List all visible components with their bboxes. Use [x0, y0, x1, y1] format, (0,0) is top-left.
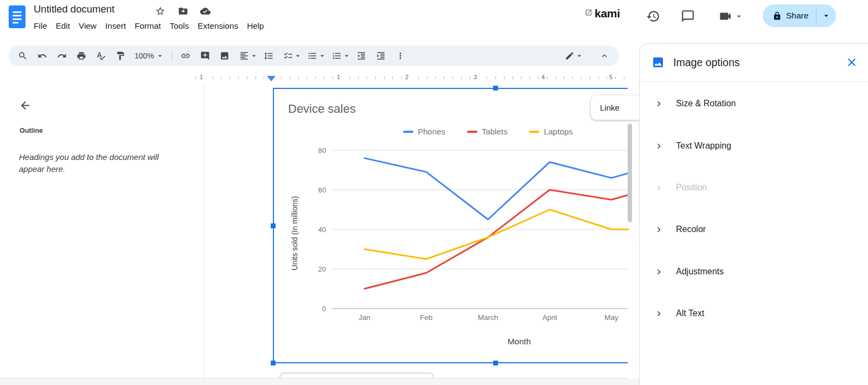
outline-title: Outline: [20, 127, 43, 134]
menu-tools[interactable]: Tools: [165, 20, 194, 33]
ruler-number: 1: [198, 74, 205, 80]
redo-icon: [57, 51, 67, 61]
bulleted-list-dropdown[interactable]: [318, 48, 326, 64]
vertical-scrollbar[interactable]: [628, 124, 632, 222]
selection-handle-bottom[interactable]: [493, 361, 498, 365]
undo-icon: [37, 51, 47, 61]
search-menus-button[interactable]: [15, 48, 31, 64]
search-icon: [18, 51, 28, 61]
align-dropdown[interactable]: [250, 48, 258, 64]
y-tick-label: 40: [318, 226, 326, 234]
add-comment-button[interactable]: [197, 48, 213, 64]
menu-edit[interactable]: Edit: [52, 20, 74, 33]
checklist-icon: [283, 51, 293, 61]
image-options-header: Image options: [640, 44, 868, 81]
increase-indent-button[interactable]: [373, 48, 389, 64]
chevron-right-icon: [654, 183, 664, 193]
decrease-indent-button[interactable]: [353, 48, 369, 64]
chevron-right-icon: [654, 309, 664, 319]
chart-y-axis-label: Units sold (In millions): [290, 178, 299, 288]
lock-icon: [773, 11, 782, 21]
cloud-status-icon[interactable]: [200, 6, 211, 16]
selection-handle-top[interactable]: [493, 86, 498, 91]
redo-button[interactable]: [54, 48, 70, 64]
share-dropdown-button[interactable]: [816, 4, 836, 27]
document-background: [0, 378, 639, 385]
kami-extension-button[interactable]: kami: [585, 7, 620, 20]
insert-image-button[interactable]: [216, 48, 233, 64]
panel-item-adjustments[interactable]: Adjustments: [640, 260, 868, 284]
dropdown-arrow-icon: [821, 11, 831, 21]
increase-indent-icon: [376, 51, 386, 61]
menu-format[interactable]: Format: [130, 20, 165, 33]
panel-item-label: Text Wrapping: [676, 141, 731, 151]
page-left-edge: [203, 85, 204, 378]
ruler-number: 5: [608, 74, 614, 80]
collapse-toolbar-icon: [599, 51, 609, 61]
close-icon[interactable]: [845, 56, 858, 69]
share-label: Share: [786, 11, 808, 21]
series-line-tablets: [365, 190, 629, 289]
selection-handle-left[interactable]: [271, 223, 276, 228]
selected-chart-image[interactable]: 020406080JanFebMarchAprilMay Device sale…: [273, 88, 628, 363]
editing-mode-dropdown-icon: [575, 52, 584, 60]
legend-label: Laptops: [544, 127, 572, 136]
outline-empty-message: Headings you add to the document will ap…: [19, 151, 183, 175]
numbered-list-icon: [332, 51, 342, 61]
line-spacing-button[interactable]: [260, 48, 277, 64]
panel-item-text-wrapping[interactable]: Text Wrapping: [640, 134, 868, 158]
chevron-right-icon: [654, 267, 664, 277]
history-icon[interactable]: [646, 9, 660, 23]
docs-logo-icon[interactable]: [9, 5, 25, 28]
selection-handle-bottom-left[interactable]: [271, 361, 276, 365]
x-tick-label: Jan: [359, 313, 371, 322]
move-folder-icon[interactable]: [178, 6, 188, 16]
spellcheck-button[interactable]: [93, 48, 109, 64]
edit-mode-icon: [565, 51, 575, 61]
video-call-dropdown-icon[interactable]: [735, 12, 743, 21]
legend-label: Tablets: [482, 127, 508, 136]
linked-chart-options-button[interactable]: Linke: [591, 95, 646, 120]
insert-link-button[interactable]: [177, 48, 194, 64]
panel-item-label: Size & Rotation: [676, 99, 736, 108]
series-line-phones: [365, 158, 629, 220]
menu-extensions[interactable]: Extensions: [193, 20, 242, 33]
share-button[interactable]: Share: [763, 4, 816, 27]
panel-item-alt-text[interactable]: Alt Text: [640, 301, 868, 325]
comments-icon[interactable]: [681, 9, 695, 23]
star-icon[interactable]: [155, 6, 165, 16]
menu-insert[interactable]: Insert: [101, 20, 130, 33]
panel-item-size-rotation[interactable]: Size & Rotation: [640, 92, 868, 116]
panel-item-recolor[interactable]: Recolor: [640, 217, 868, 241]
indent-marker[interactable]: [267, 76, 276, 81]
menu-view[interactable]: View: [74, 20, 101, 33]
video-call-icon[interactable]: [718, 9, 732, 23]
line-spacing-icon: [264, 51, 273, 61]
menu-help[interactable]: Help: [242, 20, 268, 33]
x-tick-label: Feb: [420, 313, 432, 322]
zoom-select[interactable]: 100%: [131, 48, 168, 64]
collapse-toolbar-button[interactable]: [596, 48, 612, 64]
kami-label: kami: [595, 7, 620, 20]
add-comment-icon: [200, 51, 210, 61]
ruler[interactable]: 1 1 2 3 4 5: [195, 72, 628, 84]
more-options-button[interactable]: [392, 48, 409, 64]
menu-bar: File Edit View Insert Format Tools Exten…: [29, 20, 269, 33]
more-icon: [395, 51, 405, 61]
print-button[interactable]: [73, 48, 90, 64]
undo-button[interactable]: [34, 48, 50, 64]
series-line-laptops: [365, 210, 629, 259]
paint-format-button[interactable]: [112, 48, 129, 64]
zoom-value: 100%: [135, 52, 154, 60]
panel-item-label: Adjustments: [676, 267, 724, 277]
numbered-list-dropdown-icon: [342, 52, 351, 60]
document-title[interactable]: Untitled document: [34, 3, 114, 15]
chart-x-axis-label: Month: [487, 337, 552, 347]
toolbar-divider: [172, 50, 173, 61]
menu-file[interactable]: File: [29, 20, 52, 33]
insert-image-icon: [220, 51, 229, 61]
numbered-list-dropdown[interactable]: [343, 48, 350, 64]
checklist-dropdown[interactable]: [294, 48, 302, 64]
back-arrow-icon[interactable]: [19, 99, 31, 112]
editing-mode-dropdown[interactable]: [576, 48, 583, 64]
